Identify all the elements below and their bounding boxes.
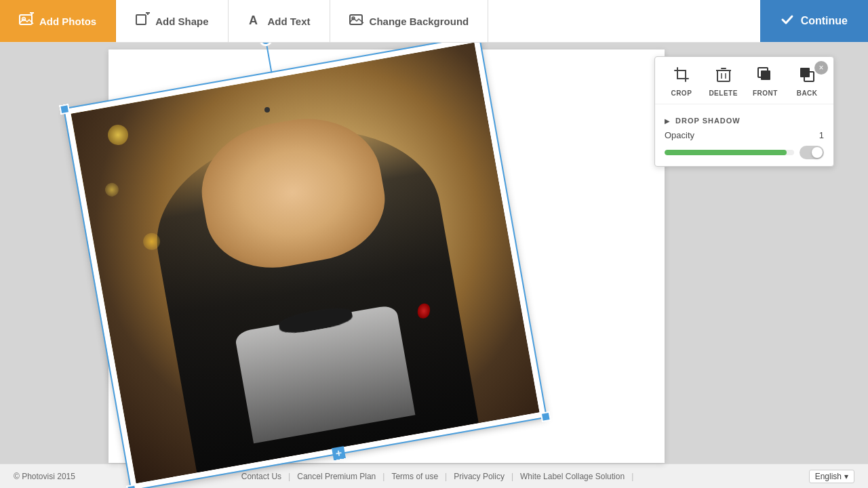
delete-tool[interactable]: DELETE <box>707 66 740 97</box>
add-text-label: Add Text <box>268 16 311 27</box>
panel-close-button[interactable]: × <box>814 61 828 75</box>
delete-label: DELETE <box>709 89 737 97</box>
language-label: English <box>815 472 842 481</box>
change-background-label: Change Background <box>370 16 469 27</box>
opacity-label: Opacity <box>665 130 694 140</box>
delete-icon <box>715 66 732 86</box>
handle-bottom-right[interactable] <box>540 411 551 422</box>
opacity-slider[interactable] <box>665 150 794 155</box>
privacy-link[interactable]: Privacy Policy <box>447 472 511 481</box>
svg-rect-17 <box>761 70 770 80</box>
drop-shadow-section: ▶ DROP SHADOW Opacity 1 <box>655 104 833 166</box>
properties-panel: × CROP <box>654 56 834 167</box>
back-icon <box>799 66 815 86</box>
contact-link[interactable]: Contact Us <box>235 472 288 481</box>
drop-shadow-arrow-icon: ▶ <box>665 117 670 125</box>
front-label: FRONT <box>753 89 778 97</box>
terms-link[interactable]: Terms of use <box>384 472 445 481</box>
selection-border <box>63 35 547 488</box>
footer-language: English ▾ <box>644 470 854 483</box>
add-text-button[interactable]: A Add Text <box>229 0 330 42</box>
opacity-slider-fill <box>665 150 787 155</box>
cursor <box>264 107 270 113</box>
add-photos-button[interactable]: Add Photos <box>0 0 116 42</box>
main-canvas-area: × CROP <box>0 43 868 464</box>
add-photos-label: Add Photos <box>39 16 96 27</box>
svg-rect-12 <box>717 70 730 81</box>
svg-text:A: A <box>249 14 258 27</box>
opacity-toggle[interactable] <box>800 146 824 159</box>
drop-shadow-toggle[interactable]: ▶ DROP SHADOW <box>665 111 824 130</box>
add-shape-icon <box>135 12 150 30</box>
white-label-link[interactable]: White Label Collage Solution <box>513 472 631 481</box>
add-text-icon: A <box>248 12 262 30</box>
opacity-value: 1 <box>819 130 824 140</box>
panel-tools: CROP DELETE <box>655 57 833 104</box>
handle-bottom-middle[interactable] <box>332 446 346 460</box>
continue-label: Continue <box>801 15 848 27</box>
toolbar: Add Photos Add Shape A Add Text C <box>0 0 868 43</box>
crop-icon <box>673 66 690 86</box>
crop-tool[interactable]: CROP <box>665 66 698 97</box>
front-icon <box>757 66 773 86</box>
language-selector[interactable]: English ▾ <box>809 470 854 483</box>
drop-shadow-label: DROP SHADOW <box>675 117 741 125</box>
language-dropdown-icon: ▾ <box>844 472 848 481</box>
opacity-row: Opacity 1 <box>665 130 824 140</box>
change-background-button[interactable]: Change Background <box>330 0 489 42</box>
photo-element[interactable] <box>64 36 546 488</box>
continue-check-icon <box>781 13 794 29</box>
footer-links: Contact Us | Cancel Premium Plan | Terms… <box>224 472 644 481</box>
continue-button[interactable]: Continue <box>760 0 868 42</box>
add-shape-button[interactable]: Add Shape <box>116 0 228 42</box>
svg-line-11 <box>336 453 342 453</box>
add-photos-icon <box>19 12 34 30</box>
cancel-link[interactable]: Cancel Premium Plan <box>290 472 382 481</box>
front-tool[interactable]: FRONT <box>749 66 781 97</box>
copyright-text: © Photovisi 2015 <box>14 472 75 481</box>
handle-top-left[interactable] <box>59 104 70 115</box>
crop-label: CROP <box>671 89 692 97</box>
divider-5: | <box>631 472 633 481</box>
add-shape-label: Add Shape <box>155 16 208 27</box>
opacity-slider-row <box>665 146 824 159</box>
svg-rect-4 <box>136 15 146 24</box>
change-background-icon <box>349 12 364 30</box>
back-label: BACK <box>797 89 818 97</box>
